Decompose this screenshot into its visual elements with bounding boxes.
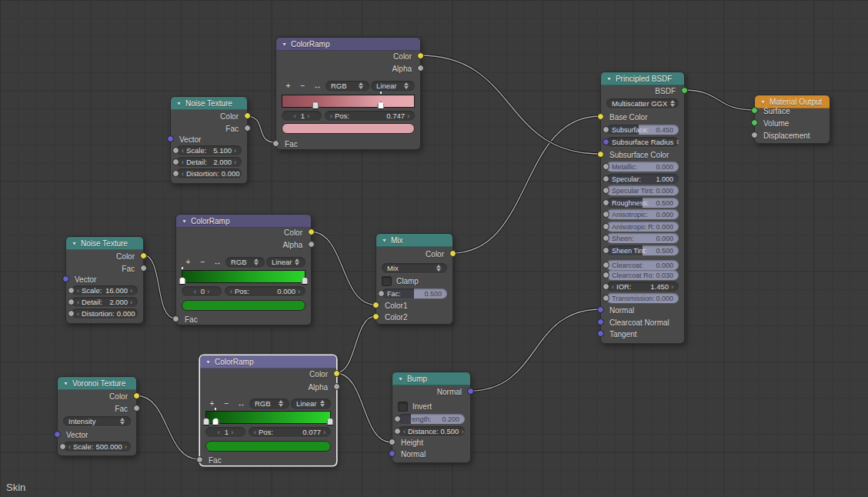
socket-fac-output[interactable] xyxy=(133,405,140,412)
socket-surface-input[interactable] xyxy=(751,107,758,114)
socket-strength-input[interactable] xyxy=(394,415,401,422)
socket-bsdf-output[interactable] xyxy=(681,87,688,94)
gradient-bar[interactable] xyxy=(182,270,305,283)
strength-slider[interactable]: Strength:0.200 xyxy=(398,414,465,424)
socket-color-output[interactable] xyxy=(333,370,340,377)
socket-metallic-input[interactable] xyxy=(603,163,609,170)
scale-field[interactable]: Scale:16.000 xyxy=(72,285,138,295)
detail-field[interactable]: Detail:2.000 xyxy=(176,157,242,167)
clearcoat-slider[interactable]: Clearcoat:0.000 xyxy=(606,260,679,270)
collapse-triangle-icon[interactable]: ▼ xyxy=(760,99,766,105)
socket-color-output[interactable] xyxy=(244,112,251,119)
socket-scale-input[interactable] xyxy=(68,287,75,294)
socket-subsurface-input[interactable] xyxy=(603,126,609,133)
gradient-stop-marker[interactable] xyxy=(179,277,186,285)
socket-specular-input[interactable] xyxy=(603,175,609,182)
node-header[interactable]: ▼ Bump xyxy=(392,372,470,385)
socket-ior-input[interactable] xyxy=(603,283,609,290)
socket-normal-input[interactable] xyxy=(597,306,604,313)
add-stop-button[interactable]: + xyxy=(182,258,195,266)
blend-mode-dropdown[interactable]: Mix xyxy=(382,263,447,273)
socket-displacement-input[interactable] xyxy=(751,132,758,138)
socket-anisotropic-rotation-input[interactable] xyxy=(603,223,609,230)
gradient-stop-marker[interactable] xyxy=(312,102,319,109)
color-mode-dropdown[interactable]: RGB xyxy=(326,81,369,92)
node-colorramp-middle[interactable]: ▼ ColorRamp Color Alpha + − ↔ RGB Linear… xyxy=(175,214,312,325)
color-mode-dropdown[interactable]: RGB xyxy=(249,399,289,409)
node-header[interactable]: ▼ Mix xyxy=(376,234,452,247)
add-stop-button[interactable]: + xyxy=(205,399,219,408)
socket-transmission-input[interactable] xyxy=(603,295,609,302)
node-mix[interactable]: ▼ Mix Color Mix Clamp Fac:0.500 Color1 C… xyxy=(376,233,453,325)
socket-vector-input[interactable] xyxy=(167,135,174,142)
collapse-triangle-icon[interactable]: ▼ xyxy=(606,76,612,82)
collapse-triangle-icon[interactable]: ▼ xyxy=(205,359,211,365)
delete-stop-button[interactable]: − xyxy=(196,258,209,266)
gradient-stop-marker[interactable] xyxy=(327,418,334,425)
socket-height-input[interactable] xyxy=(389,439,396,445)
socket-scale-input[interactable] xyxy=(59,443,66,450)
node-colorramp-top[interactable]: ▼ ColorRamp Color Alpha + − ↔ RGB Linear… xyxy=(275,37,421,150)
socket-fac-input[interactable] xyxy=(378,290,385,297)
subsurface-radius-dropdown[interactable]: Subsurface Radius xyxy=(606,137,679,147)
scale-field[interactable]: Scale:5.100 xyxy=(176,145,242,155)
stop-index-field[interactable]: 1 xyxy=(205,427,245,437)
socket-detail-input[interactable] xyxy=(172,158,179,165)
socket-color-output[interactable] xyxy=(417,52,424,59)
socket-color2-input[interactable] xyxy=(372,313,379,320)
gradient-stop-marker[interactable] xyxy=(302,277,309,285)
socket-distortion-input[interactable] xyxy=(68,310,75,317)
gradient-stop-marker[interactable] xyxy=(377,102,384,109)
sheen-slider[interactable]: Sheen:0.000 xyxy=(606,233,679,243)
node-header[interactable]: ▼ Noise Texture xyxy=(171,97,247,110)
socket-color-output[interactable] xyxy=(449,250,456,257)
flip-ramp-button[interactable]: ↔ xyxy=(235,399,248,408)
node-voronoi-texture[interactable]: ▼ Voronoi Texture Color Fac Intensity Ve… xyxy=(57,376,137,456)
socket-clearcoat-roughness-input[interactable] xyxy=(603,272,609,279)
stop-position-field[interactable]: Pos:0.747 xyxy=(325,111,415,121)
clearcoat-roughness-slider[interactable]: Clearcoat Ro:0.030 xyxy=(606,270,679,280)
socket-fac-input[interactable] xyxy=(196,456,203,463)
stop-position-field[interactable]: Pos:0.077 xyxy=(249,427,331,437)
node-header[interactable]: ▼ Noise Texture xyxy=(66,237,143,250)
collapse-triangle-icon[interactable]: ▼ xyxy=(182,218,187,224)
subsurface-slider[interactable]: Subsurface:0.450 xyxy=(606,125,679,135)
sheen-tint-slider[interactable]: Sheen Tint:0.500 xyxy=(606,245,679,255)
clamp-checkbox[interactable] xyxy=(382,276,392,286)
gradient-stop-marker[interactable] xyxy=(212,418,219,425)
socket-color1-input[interactable] xyxy=(372,302,379,309)
delete-stop-button[interactable]: − xyxy=(296,82,309,90)
stop-index-field[interactable]: 0 xyxy=(182,286,222,296)
distortion-field[interactable]: Distortion:0.000 xyxy=(176,168,242,178)
socket-scale-input[interactable] xyxy=(172,147,179,154)
flip-ramp-button[interactable]: ↔ xyxy=(211,258,224,266)
socket-clearcoat-normal-input[interactable] xyxy=(597,319,604,325)
gradient-stop-marker[interactable] xyxy=(203,418,210,425)
distance-field[interactable]: Distance:0.500 xyxy=(398,426,465,436)
socket-fac-output[interactable] xyxy=(140,265,147,272)
socket-distortion-input[interactable] xyxy=(172,170,179,177)
gradient-bar[interactable] xyxy=(205,411,331,424)
delete-stop-button[interactable]: − xyxy=(220,399,233,408)
socket-sheen-input[interactable] xyxy=(603,235,609,242)
node-colorramp-bottom[interactable]: ▼ ColorRamp Color Alpha + − ↔ RGB Linear… xyxy=(199,355,337,466)
specular-tint-slider[interactable]: Specular Tint:0.000 xyxy=(606,185,679,195)
node-principled-bsdf[interactable]: ▼ Principled BSDF BSDF Multiscatter GGX … xyxy=(600,72,685,344)
socket-detail-input[interactable] xyxy=(68,299,75,305)
anisotropic-rotation-slider[interactable]: Anisotropic R:0.000 xyxy=(606,222,679,232)
metallic-slider[interactable]: Metallic:0.000 xyxy=(606,162,679,172)
invert-checkbox[interactable] xyxy=(398,402,408,412)
ior-field[interactable]: IOR:1.450 xyxy=(606,282,679,292)
coloring-dropdown[interactable]: Intensity xyxy=(63,416,131,426)
socket-normal-output[interactable] xyxy=(467,388,474,395)
socket-subsurface-radius-input[interactable] xyxy=(603,138,609,145)
node-header[interactable]: ▼ Principled BSDF xyxy=(601,72,684,85)
socket-base-color-input[interactable] xyxy=(597,113,604,120)
socket-vector-input[interactable] xyxy=(62,275,69,282)
socket-vector-input[interactable] xyxy=(54,431,61,438)
specular-slider[interactable]: Specular:1.000 xyxy=(606,174,679,184)
socket-fac-input[interactable] xyxy=(172,315,179,322)
socket-sheen-tint-input[interactable] xyxy=(603,247,609,254)
socket-fac-output[interactable] xyxy=(244,125,251,132)
collapse-triangle-icon[interactable]: ▼ xyxy=(398,376,403,382)
